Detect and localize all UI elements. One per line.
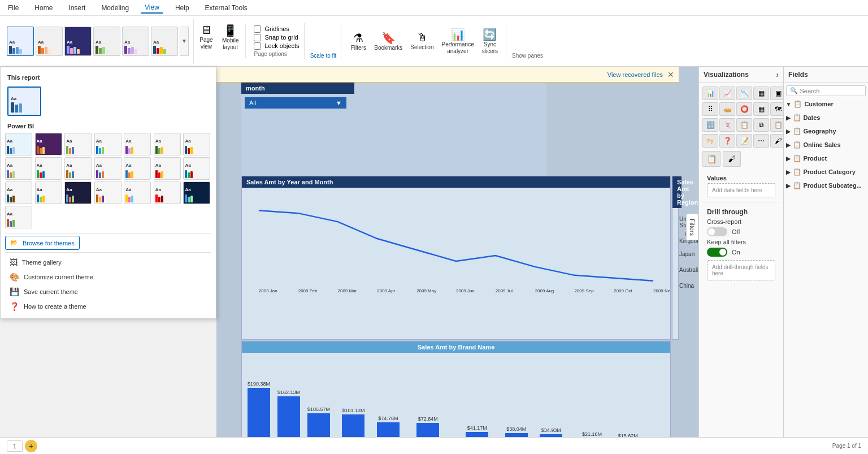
fields-search-input[interactable]	[800, 88, 862, 94]
viz-expand-icon[interactable]: ›	[776, 70, 779, 79]
theme-option-8[interactable]: Aa	[5, 157, 32, 180]
theme-option-22[interactable]: Aa	[5, 206, 32, 228]
theme-option-6[interactable]: Aa	[154, 133, 181, 155]
page-view-btn[interactable]: 🖥 Page view	[195, 21, 218, 61]
viz-map[interactable]: 🗺	[770, 102, 784, 116]
viz-table[interactable]: 📋	[770, 118, 784, 132]
online-sales-group-header[interactable]: ▶ 📋 Online Sales	[784, 139, 869, 150]
theme-option-3[interactable]: Aa	[64, 133, 92, 155]
fields-search-box[interactable]: 🔍	[786, 85, 866, 96]
filter-dropdown[interactable]: All ▼	[245, 97, 346, 109]
viz-kpi[interactable]: 📋	[736, 118, 752, 132]
viz-line-chart[interactable]: 📈	[719, 87, 735, 100]
theme-scroll-btn[interactable]: ▼	[180, 27, 189, 56]
gridlines-checkbox[interactable]	[254, 25, 261, 33]
menu-insert[interactable]: Insert	[65, 3, 89, 13]
selection-btn[interactable]: 🖱 Selection	[407, 29, 437, 53]
viz-python[interactable]: Py	[702, 134, 718, 148]
theme-option-15[interactable]: Aa	[5, 181, 32, 204]
theme-thumb-1[interactable]: Aa	[7, 27, 34, 56]
menu-external-tools[interactable]: External Tools	[202, 3, 251, 13]
theme-thumb-6[interactable]: Aa	[151, 27, 178, 56]
drill-dropzone[interactable]: Add drill-through fields here	[707, 260, 775, 280]
build-table-icon[interactable]: 📋	[702, 151, 721, 167]
browse-themes-btn[interactable]: 📂 Browse for themes	[5, 236, 80, 250]
product-subcategory-group-header[interactable]: ▶ 📋 Product Subcateg...	[784, 180, 869, 191]
viz-qna[interactable]: ❓	[719, 134, 735, 148]
panels-content: 📊 📈 📉 ▦ ▣ 🎀 ⬛ ⠿ 🥧 ⭕ ▦ 🗺 🌍 ⬙ 🔢 🃏 📋	[699, 83, 868, 437]
menu-file[interactable]: File	[5, 3, 22, 13]
keep-all-toggle[interactable]	[707, 248, 727, 257]
how-to-item[interactable]: ❓ How to create a theme	[5, 299, 211, 314]
bookmarks-btn[interactable]: 🔖 Bookmarks	[371, 29, 406, 54]
viz-smart-narrative[interactable]: 📝	[736, 134, 752, 148]
theme-option-14[interactable]: Aa	[183, 157, 210, 180]
customer-group-header[interactable]: ▼ 📋 Customer	[784, 98, 869, 110]
viz-treemap[interactable]: ▦	[753, 102, 769, 116]
theme-option-19[interactable]: Aa	[124, 181, 151, 204]
viz-slicer[interactable]: ⧉	[753, 118, 769, 132]
sync-slicers-btn[interactable]: 🔄 Sync slicers	[479, 25, 501, 57]
filters-side-tab[interactable]: Filters	[686, 214, 698, 241]
viz-pie[interactable]: 🥧	[719, 102, 735, 116]
theme-option-2[interactable]: Aa	[35, 133, 62, 155]
theme-option-12[interactable]: Aa	[124, 157, 151, 180]
viz-bar-chart[interactable]: 📊	[702, 87, 718, 100]
online-sales-chevron: ▶	[786, 142, 791, 148]
current-theme-preview[interactable]: Aa	[7, 87, 41, 116]
close-banner-btn[interactable]: ✕	[667, 70, 674, 79]
customize-theme-item[interactable]: 🎨 Customize current theme	[5, 270, 211, 284]
theme-option-7[interactable]: Aa	[183, 133, 210, 155]
filters-btn[interactable]: ⚗ Filters	[347, 29, 370, 54]
theme-option-9[interactable]: Aa	[35, 157, 62, 180]
add-page-btn[interactable]: +	[25, 440, 37, 452]
theme-option-18[interactable]: Aa	[94, 181, 121, 204]
performance-analyzer-btn[interactable]: 📊 Performance analyzer	[438, 25, 477, 57]
lock-objects-checkbox[interactable]	[254, 42, 261, 50]
theme-thumb-2[interactable]: Aa	[36, 27, 63, 56]
theme-option-10[interactable]: Aa	[64, 157, 92, 180]
menu-view[interactable]: View	[141, 2, 163, 14]
theme-option-5[interactable]: Aa	[124, 133, 151, 155]
scale-to-fit-label[interactable]: Scale to fit	[310, 53, 337, 59]
theme-thumb-3[interactable]: Aa	[64, 27, 92, 56]
dates-group-header[interactable]: ▶ 📋 Dates	[784, 112, 869, 123]
viz-scatter[interactable]: ⠿	[702, 102, 718, 116]
mobile-layout-btn[interactable]: 📱 Mobile layout	[219, 21, 242, 61]
view-recovered-link[interactable]: View recovered files	[607, 71, 663, 78]
theme-option-4[interactable]: Aa	[94, 133, 121, 155]
menu-modeling[interactable]: Modeling	[98, 3, 132, 13]
theme-option-1[interactable]: Aa	[5, 133, 32, 155]
menu-home[interactable]: Home	[31, 3, 56, 13]
theme-option-16[interactable]: Aa	[35, 181, 62, 204]
customize-theme-label: Customize current theme	[24, 274, 93, 280]
theme-option-13[interactable]: Aa	[154, 157, 181, 180]
theme-gallery-item[interactable]: 🖼 Theme gallery	[5, 255, 211, 270]
viz-donut[interactable]: ⭕	[736, 102, 752, 116]
theme-option-17[interactable]: Aa	[64, 181, 92, 204]
viz-stacked-bar[interactable]: ▦	[753, 87, 769, 100]
theme-thumb-4[interactable]: Aa	[93, 27, 120, 56]
save-theme-item[interactable]: 💾 Save current theme	[5, 284, 211, 299]
viz-gauge[interactable]: 🔢	[702, 118, 718, 132]
theme-thumb-5[interactable]: Aa	[122, 27, 149, 56]
viz-card[interactable]: 🃏	[719, 118, 735, 132]
theme-option-21[interactable]: Aa	[183, 181, 210, 204]
product-group-header[interactable]: ▶ 📋 Product	[784, 153, 869, 164]
cross-report-toggle[interactable]	[707, 227, 727, 236]
menu-help[interactable]: Help	[172, 3, 193, 13]
geography-group-header[interactable]: ▶ 📋 Geography	[784, 126, 869, 137]
viz-clustered-bar[interactable]: ▣	[770, 87, 784, 100]
values-dropzone[interactable]: Add data fields here	[707, 183, 775, 197]
viz-format[interactable]: 🖌	[770, 134, 784, 148]
menu-bar: File Home Insert Modeling View Help Exte…	[0, 0, 868, 16]
snap-to-grid-checkbox[interactable]	[254, 34, 261, 41]
build-paint-icon[interactable]: 🖌	[723, 151, 741, 167]
page-1-tab[interactable]: 1	[7, 440, 23, 452]
gallery-icon: 🖼	[10, 258, 18, 267]
viz-more[interactable]: ⋯	[753, 134, 769, 148]
theme-option-11[interactable]: Aa	[94, 157, 121, 180]
product-category-group-header[interactable]: ▶ 📋 Product Category	[784, 166, 869, 178]
theme-option-20[interactable]: Aa	[154, 181, 181, 204]
viz-area-chart[interactable]: 📉	[736, 87, 752, 100]
